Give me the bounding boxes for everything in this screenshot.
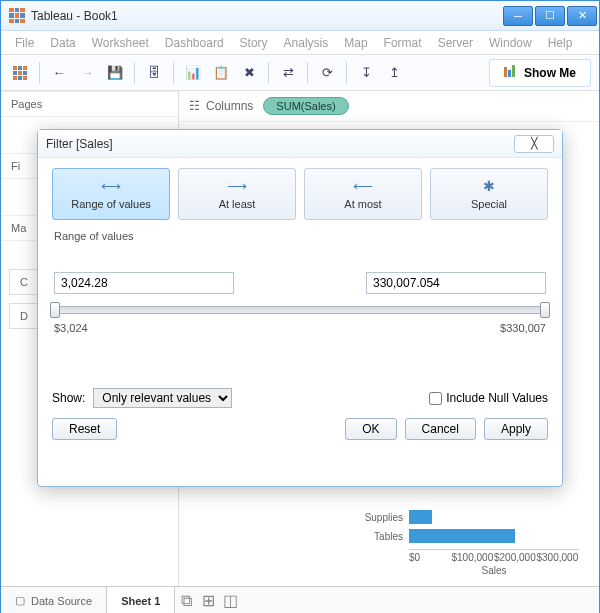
title-bar: Tableau - Book1 ─ ☐ ✕	[1, 1, 599, 31]
refresh-icon[interactable]: ⟳	[316, 62, 338, 84]
chart: Supplies Tables $0 $100,000 $200,000 $30…	[179, 497, 599, 586]
menu-dashboard[interactable]: Dashboard	[159, 34, 230, 52]
close-button[interactable]: ✕	[567, 6, 597, 26]
dialog-close-button[interactable]: ╳	[514, 135, 554, 153]
menu-worksheet[interactable]: Worksheet	[86, 34, 155, 52]
tab-range-of-values[interactable]: ⟷ Range of values	[52, 168, 170, 220]
at-most-icon: ⟵	[353, 178, 373, 194]
bar[interactable]	[409, 510, 432, 524]
duplicate-icon[interactable]: 📋	[210, 62, 232, 84]
toolbar: ← → 💾 🗄 📊 📋 ✖ ⇄ ⟳ ↧ ↥ Show Me	[1, 55, 599, 91]
minimize-button[interactable]: ─	[503, 6, 533, 26]
bar-label: Tables	[349, 531, 409, 542]
slider-track	[54, 306, 546, 314]
columns-label: ☷ Columns	[189, 99, 253, 113]
x-axis: $0 $100,000 $200,000 $300,000	[409, 549, 579, 563]
menu-format[interactable]: Format	[378, 34, 428, 52]
menu-file[interactable]: File	[9, 34, 40, 52]
menu-map[interactable]: Map	[338, 34, 373, 52]
filter-dialog: Filter [Sales] ╳ ⟷ Range of values ⟶ At …	[37, 129, 563, 487]
pill-sum-sales[interactable]: SUM(Sales)	[263, 97, 348, 115]
marks-c[interactable]: C	[9, 269, 39, 295]
new-worksheet-icon[interactable]: ⧉	[175, 587, 197, 613]
dialog-title-bar[interactable]: Filter [Sales] ╳	[38, 130, 562, 158]
bar-label: Supplies	[349, 512, 409, 523]
swap-icon[interactable]: ⇄	[277, 62, 299, 84]
include-null-input[interactable]	[429, 392, 442, 405]
sort-desc-icon[interactable]: ↥	[383, 62, 405, 84]
new-story-icon[interactable]: ◫	[219, 587, 241, 613]
reset-button[interactable]: Reset	[52, 418, 117, 440]
range-slider[interactable]	[54, 302, 546, 318]
save-icon[interactable]: 💾	[104, 62, 126, 84]
slider-handle-high[interactable]	[540, 302, 550, 318]
pages-shelf[interactable]: Pages	[1, 91, 178, 117]
tableau-logo-icon	[9, 8, 25, 24]
show-me-label: Show Me	[524, 66, 576, 80]
menu-help[interactable]: Help	[542, 34, 579, 52]
range-high-input[interactable]	[366, 272, 546, 294]
range-low-input[interactable]	[54, 272, 234, 294]
back-icon[interactable]: ←	[48, 62, 70, 84]
window-title: Tableau - Book1	[31, 9, 503, 23]
show-label: Show:	[52, 391, 85, 405]
tableau-start-icon[interactable]	[9, 62, 31, 84]
new-sheet-icon[interactable]: 📊	[182, 62, 204, 84]
range-icon: ⟷	[101, 178, 121, 194]
maximize-button[interactable]: ☐	[535, 6, 565, 26]
sheet-tab[interactable]: Sheet 1	[107, 587, 175, 613]
show-me-icon	[504, 65, 516, 80]
menu-analysis[interactable]: Analysis	[278, 34, 335, 52]
data-source-icon[interactable]: 🗄	[143, 62, 165, 84]
menu-story[interactable]: Story	[234, 34, 274, 52]
slider-handle-low[interactable]	[50, 302, 60, 318]
table-row: Tables	[349, 527, 579, 545]
menu-window[interactable]: Window	[483, 34, 538, 52]
menu-server[interactable]: Server	[432, 34, 479, 52]
new-dashboard-icon[interactable]: ⊞	[197, 587, 219, 613]
show-me-button[interactable]: Show Me	[489, 59, 591, 87]
at-least-icon: ⟶	[227, 178, 247, 194]
marks-d[interactable]: D	[9, 303, 39, 329]
tab-special[interactable]: ✱ Special	[430, 168, 548, 220]
forward-icon[interactable]: →	[76, 62, 98, 84]
bar[interactable]	[409, 529, 515, 543]
cancel-button[interactable]: Cancel	[405, 418, 476, 440]
filter-mode-tabs: ⟷ Range of values ⟶ At least ⟵ At most ✱…	[52, 168, 548, 220]
range-max-label: $330,007	[500, 322, 546, 334]
data-source-icon: ▢	[15, 594, 25, 607]
app-window: Tableau - Book1 ─ ☐ ✕ File Data Workshee…	[0, 0, 600, 613]
ok-button[interactable]: OK	[345, 418, 396, 440]
show-dropdown[interactable]: Only relevant values	[93, 388, 232, 408]
x-axis-label: Sales	[409, 565, 579, 576]
filter-subheading: Range of values	[54, 230, 548, 242]
menu-data[interactable]: Data	[44, 34, 81, 52]
columns-icon: ☷	[189, 99, 200, 113]
menu-bar: File Data Worksheet Dashboard Story Anal…	[1, 31, 599, 55]
sort-asc-icon[interactable]: ↧	[355, 62, 377, 84]
columns-shelf[interactable]: ☷ Columns SUM(Sales)	[179, 91, 599, 122]
special-icon: ✱	[483, 178, 495, 194]
tab-at-most[interactable]: ⟵ At most	[304, 168, 422, 220]
status-bar: ▢ Data Source Sheet 1 ⧉ ⊞ ◫	[1, 586, 599, 613]
dialog-title: Filter [Sales]	[46, 137, 113, 151]
tab-at-least[interactable]: ⟶ At least	[178, 168, 296, 220]
clear-icon[interactable]: ✖	[238, 62, 260, 84]
range-min-label: $3,024	[54, 322, 88, 334]
data-source-tab[interactable]: ▢ Data Source	[1, 587, 107, 613]
apply-button[interactable]: Apply	[484, 418, 548, 440]
include-null-checkbox[interactable]: Include Null Values	[429, 391, 548, 405]
table-row: Supplies	[349, 508, 579, 526]
